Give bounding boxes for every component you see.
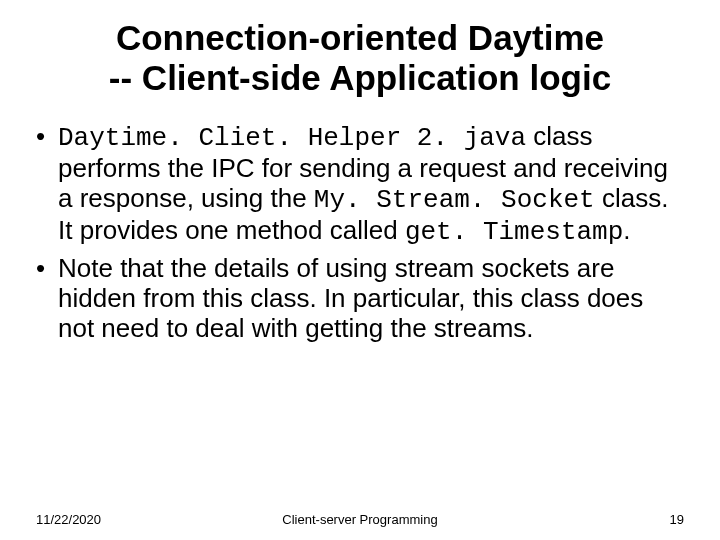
slide: Connection-oriented Daytime -- Client-si… — [0, 0, 720, 540]
slide-body: Daytime. Cliet. Helper 2. java class per… — [36, 121, 684, 344]
title-line-2: -- Client-side Application logic — [109, 58, 611, 97]
bullet-item-2: Note that the details of using stream so… — [58, 253, 684, 343]
text-segment: . — [623, 215, 630, 245]
title-line-1: Connection-oriented Daytime — [116, 18, 604, 57]
footer-title: Client-server Programming — [0, 512, 720, 527]
bullet-item-1: Daytime. Cliet. Helper 2. java class per… — [58, 121, 684, 248]
code-segment: get. Timestamp — [405, 217, 623, 247]
code-segment: Daytime. Cliet. Helper 2. java — [58, 123, 526, 153]
footer-page-number: 19 — [670, 512, 684, 527]
bullet-list: Daytime. Cliet. Helper 2. java class per… — [36, 121, 684, 344]
code-segment: My. Stream. Socket — [314, 185, 595, 215]
slide-title: Connection-oriented Daytime -- Client-si… — [60, 18, 660, 99]
